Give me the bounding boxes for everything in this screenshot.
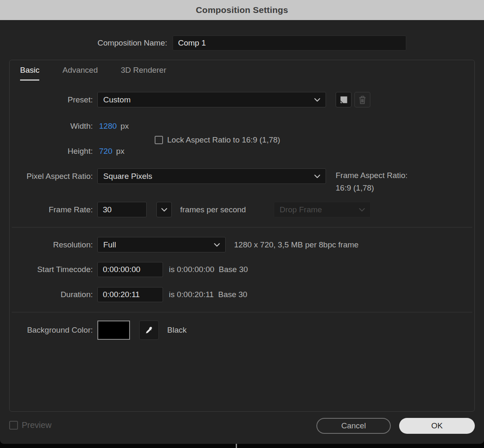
tab-panel bbox=[9, 60, 475, 412]
tab-3d-renderer[interactable]: 3D Renderer bbox=[121, 66, 166, 81]
composition-settings-dialog: Composition Settings Composition Name: B… bbox=[0, 0, 484, 444]
drop-frame-value: Drop Frame bbox=[280, 205, 322, 214]
frame-rate-preset-button[interactable] bbox=[156, 202, 172, 217]
width-value[interactable]: 1280 bbox=[99, 122, 117, 131]
resolution-info: 1280 x 720, 3,5 MB per 8bpc frame bbox=[234, 240, 359, 249]
background-color-swatch[interactable] bbox=[97, 321, 130, 340]
composition-name-row: Composition Name: bbox=[0, 36, 484, 51]
ok-button[interactable]: OK bbox=[399, 418, 475, 434]
trash-icon bbox=[357, 94, 368, 105]
preset-label: Preset: bbox=[0, 95, 97, 104]
start-timecode-input[interactable] bbox=[97, 262, 163, 277]
height-unit: px bbox=[116, 147, 125, 156]
chevron-down-icon bbox=[161, 208, 167, 212]
cancel-button-label: Cancel bbox=[341, 421, 366, 430]
pixel-aspect-ratio-row: Pixel Aspect Ratio: Square Pixels bbox=[0, 168, 326, 184]
background-panel-divider bbox=[236, 444, 237, 448]
duration-input[interactable] bbox=[97, 287, 163, 302]
height-row: Height: 720 px bbox=[0, 146, 125, 156]
width-unit: px bbox=[120, 122, 129, 131]
preset-value: Custom bbox=[103, 95, 130, 104]
chevron-down-icon bbox=[314, 174, 320, 178]
composition-name-label: Composition Name: bbox=[0, 38, 167, 48]
preview-checkbox bbox=[9, 421, 18, 430]
eyedropper-button[interactable] bbox=[139, 321, 159, 340]
start-timecode-row: Start Timecode: is 0:00:00:00 Base 30 bbox=[0, 262, 248, 277]
section-divider bbox=[12, 312, 472, 313]
preset-dropdown[interactable]: Custom bbox=[97, 92, 326, 107]
section-divider bbox=[12, 227, 472, 228]
width-row: Width: 1280 px bbox=[0, 121, 129, 131]
preset-row: Preset: Custom bbox=[0, 92, 370, 107]
delete-preset-button bbox=[354, 92, 370, 107]
frame-rate-input[interactable] bbox=[97, 202, 147, 217]
lock-aspect-checkbox[interactable] bbox=[155, 136, 163, 144]
lock-aspect-row: Lock Aspect Ratio to 16:9 (1,78) bbox=[155, 135, 280, 145]
lock-aspect-label: Lock Aspect Ratio to 16:9 (1,78) bbox=[167, 135, 280, 145]
ok-button-label: OK bbox=[431, 421, 443, 430]
frame-rate-row: Frame Rate: frames per second Drop Frame bbox=[0, 202, 484, 217]
chevron-down-icon bbox=[359, 208, 365, 212]
chevron-down-icon bbox=[314, 98, 320, 102]
preview-row: Preview bbox=[9, 420, 51, 430]
duration-label: Duration: bbox=[0, 290, 97, 299]
resolution-dropdown[interactable]: Full bbox=[97, 237, 226, 252]
preview-label: Preview bbox=[22, 420, 51, 430]
pixel-aspect-ratio-dropdown[interactable]: Square Pixels bbox=[97, 168, 326, 184]
composition-name-input[interactable] bbox=[173, 36, 406, 51]
cancel-button[interactable]: Cancel bbox=[316, 418, 391, 434]
duration-row: Duration: is 0:00:20:11 Base 30 bbox=[0, 287, 247, 302]
save-preset-button[interactable] bbox=[336, 92, 352, 107]
height-value[interactable]: 720 bbox=[99, 147, 112, 156]
background-color-name: Black bbox=[167, 326, 186, 335]
tab-basic[interactable]: Basic bbox=[20, 66, 39, 81]
duration-info: is 0:00:20:11 Base 30 bbox=[169, 290, 247, 299]
pixel-aspect-ratio-label: Pixel Aspect Ratio: bbox=[0, 172, 97, 181]
screen: Composition Settings Composition Name: B… bbox=[0, 0, 484, 448]
save-preset-icon bbox=[339, 94, 349, 105]
resolution-label: Resolution: bbox=[0, 240, 97, 249]
background-color-row: Background Color: Black bbox=[0, 321, 186, 340]
tab-bar: Basic Advanced 3D Renderer bbox=[20, 66, 166, 81]
frame-aspect-ratio-label: Frame Aspect Ratio: bbox=[336, 169, 408, 182]
width-label: Width: bbox=[0, 122, 97, 131]
frame-aspect-ratio-value: 16:9 (1,78) bbox=[336, 182, 408, 194]
frame-rate-label: Frame Rate: bbox=[0, 205, 97, 214]
dialog-titlebar[interactable]: Composition Settings bbox=[0, 0, 484, 20]
tab-advanced[interactable]: Advanced bbox=[62, 66, 98, 81]
pixel-aspect-ratio-value: Square Pixels bbox=[103, 172, 152, 181]
chevron-down-icon bbox=[214, 243, 220, 247]
frame-rate-unit: frames per second bbox=[180, 205, 246, 214]
start-timecode-label: Start Timecode: bbox=[0, 265, 97, 274]
height-label: Height: bbox=[0, 147, 97, 156]
eyedropper-icon bbox=[144, 325, 154, 336]
start-timecode-info: is 0:00:00:00 Base 30 bbox=[169, 265, 248, 274]
dialog-title: Composition Settings bbox=[196, 5, 288, 15]
resolution-value: Full bbox=[103, 240, 116, 249]
frame-aspect-ratio: Frame Aspect Ratio: 16:9 (1,78) bbox=[336, 169, 408, 194]
drop-frame-dropdown: Drop Frame bbox=[274, 202, 371, 217]
resolution-row: Resolution: Full 1280 x 720, 3,5 MB per … bbox=[0, 237, 359, 252]
background-color-label: Background Color: bbox=[0, 326, 97, 335]
